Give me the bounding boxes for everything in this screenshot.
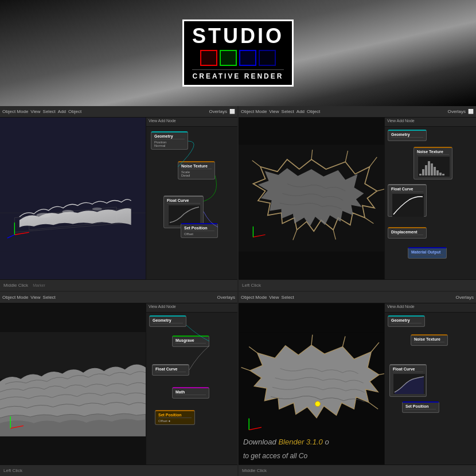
node-output-tr[interactable]: Material Output bbox=[408, 247, 447, 259]
svg-point-7 bbox=[37, 213, 51, 217]
nh-tr1: Geometry bbox=[391, 132, 423, 138]
node-geom-tr1[interactable]: Geometry bbox=[388, 130, 427, 141]
panel-top-right: Object Mode View Select Add Object Overl… bbox=[239, 106, 476, 291]
viewport-tr[interactable] bbox=[239, 118, 384, 279]
tb-view-tl[interactable]: View bbox=[30, 109, 40, 114]
logo-square-green bbox=[220, 50, 237, 66]
graph-svg-tl bbox=[169, 205, 200, 225]
node-curve-bl[interactable]: Float Curve bbox=[152, 364, 189, 376]
tb-overlay-bl[interactable]: Overlays bbox=[217, 295, 235, 300]
node-texture-bl[interactable]: Musgrave bbox=[172, 335, 209, 347]
click-label-br: Middle Click bbox=[242, 468, 267, 473]
svg-point-9 bbox=[92, 208, 102, 210]
node-noise-tl[interactable]: Noise Texture ScaleDetail bbox=[178, 161, 215, 180]
svg-rect-27 bbox=[431, 163, 433, 175]
overlay-text-highlight: Blender 3.1.0 bbox=[278, 438, 322, 446]
nh-br4: Set Position bbox=[405, 404, 436, 409]
logo-square-darkblue bbox=[259, 50, 276, 66]
tb-select-bl[interactable]: Select bbox=[43, 295, 56, 300]
node-editor-br: View Add Node Geometry Noise Texture Flo… bbox=[384, 303, 476, 465]
nh-br2: Noise Texture bbox=[414, 337, 444, 342]
viewport-bl[interactable] bbox=[0, 303, 146, 465]
ne-canvas-br: Geometry Noise Texture Float Curve bbox=[385, 313, 476, 465]
tb-overlay-tl[interactable]: Overlays bbox=[209, 109, 227, 114]
svg-rect-23 bbox=[419, 174, 422, 175]
nh-bl2: Musgrave bbox=[175, 338, 206, 344]
viewport-br[interactable]: Download Blender 3.1.0 o to get acces of… bbox=[239, 303, 384, 465]
svg-rect-0 bbox=[0, 145, 146, 252]
panel-content-tr: View Add Node Geometry Noise Texture bbox=[239, 118, 476, 279]
panel-bottom-tl: Middle Click Marker bbox=[0, 279, 237, 291]
node-noise-br[interactable]: Noise Texture bbox=[411, 334, 448, 346]
ne-toolbar-br: View Add Node bbox=[385, 303, 476, 313]
tb-add-tr[interactable]: Add bbox=[296, 109, 305, 114]
overlay-text-normal: Download bbox=[243, 438, 278, 446]
tb-overlay-br[interactable]: Overlays bbox=[455, 295, 474, 300]
tb-view-bl[interactable]: View bbox=[30, 295, 40, 300]
node-set-pos-tl[interactable]: Set Position Offset bbox=[181, 223, 218, 238]
nh-bl3: Float Curve bbox=[155, 367, 186, 372]
tb-object-tl[interactable]: Object bbox=[68, 109, 81, 114]
tb-select-tr[interactable]: Select bbox=[282, 109, 294, 114]
tb-view-tr[interactable]: View bbox=[269, 109, 279, 114]
node-curve-br[interactable]: Float Curve bbox=[389, 364, 427, 397]
panel-content-br: Download Blender 3.1.0 o to get acces of… bbox=[239, 303, 476, 465]
graph-svg-br bbox=[393, 374, 425, 394]
tb-view-br[interactable]: View bbox=[269, 295, 279, 300]
nh-bl4: Math bbox=[175, 390, 206, 395]
banner: STUDIO CREATIVE RENDER bbox=[0, 0, 476, 106]
overlay-access: to get acces of all Co bbox=[239, 452, 384, 460]
tb-shading-tr[interactable]: ⬜ bbox=[468, 109, 474, 114]
svg-rect-31 bbox=[442, 174, 444, 175]
node-editor-tl: View Add Node Geometry PositionNormal No… bbox=[146, 118, 237, 279]
tb-mode-bl[interactable]: Object Mode bbox=[2, 295, 28, 300]
node-disp-tr[interactable]: Displacement bbox=[388, 227, 427, 239]
toolbar-top-left: Object Mode View Select Add Object Overl… bbox=[0, 106, 237, 118]
tb-mode-tr[interactable]: Object Mode bbox=[241, 109, 267, 114]
svg-rect-28 bbox=[434, 167, 436, 175]
node-header-tl1: Geometry bbox=[154, 134, 185, 139]
hist-svg-tr bbox=[418, 157, 450, 177]
terrain-close-container bbox=[0, 303, 146, 465]
node-body-tl2: ScaleDetail bbox=[181, 170, 212, 177]
logo-squares bbox=[200, 50, 276, 66]
node-geom-br[interactable]: Geometry bbox=[388, 315, 425, 327]
node-geom-input-tl[interactable]: Geometry PositionNormal bbox=[151, 131, 188, 150]
tb-mode-tl[interactable]: Object Mode bbox=[2, 109, 28, 114]
node-math-bl[interactable]: Math bbox=[172, 387, 209, 399]
panel-content-bl: View Add Node Geometry Musgrave Float Cu… bbox=[0, 303, 237, 465]
tb-object-tr[interactable]: Object bbox=[307, 109, 320, 114]
tb-mode-br[interactable]: Object Mode bbox=[241, 295, 267, 300]
svg-rect-30 bbox=[439, 173, 442, 175]
node-curve-tr[interactable]: Float Curve bbox=[388, 184, 427, 217]
breadcrumb-tl: Marker bbox=[33, 283, 45, 287]
svg-rect-25 bbox=[425, 165, 427, 175]
curve-svg-tr bbox=[392, 194, 424, 217]
toolbar-bottom-left: Object Mode View Select Overlays bbox=[0, 292, 237, 303]
nh-bl1: Geometry bbox=[153, 318, 183, 323]
svg-point-45 bbox=[315, 401, 320, 406]
tb-add-tl[interactable]: Add bbox=[58, 109, 66, 114]
svg-rect-32 bbox=[392, 194, 424, 217]
ne-toolbar-bl: View Add Node bbox=[146, 303, 237, 313]
viewport-tl[interactable] bbox=[0, 118, 146, 279]
tb-select-tl[interactable]: Select bbox=[43, 109, 56, 114]
svg-rect-10 bbox=[169, 205, 200, 225]
toolbar-bottom-right: Object Mode View Select Overlays bbox=[239, 292, 476, 303]
svg-rect-29 bbox=[436, 170, 439, 175]
tb-overlay-tr[interactable]: Overlays bbox=[447, 109, 466, 114]
node-noise-tr[interactable]: Noise Texture bbox=[413, 147, 452, 180]
nb-bl5: Offset ● bbox=[158, 419, 192, 423]
nh-bl5: Set Position bbox=[158, 413, 192, 418]
tb-select-br[interactable]: Select bbox=[282, 295, 294, 300]
tb-shading-tl[interactable]: ⬜ bbox=[229, 109, 235, 114]
panel-bottom-left: Object Mode View Select Overlays bbox=[0, 292, 237, 477]
overlay-download: Download Blender 3.1.0 o bbox=[239, 435, 384, 448]
node-geom-bl[interactable]: Geometry bbox=[149, 315, 186, 327]
node-set-pos-br[interactable]: Set Position bbox=[402, 401, 439, 413]
terrain-flat-container bbox=[0, 118, 146, 279]
overlay-text2-content: to get acces of all Co bbox=[243, 452, 307, 460]
nh-tr2: Noise Texture bbox=[417, 150, 449, 155]
node-set-pos-bl[interactable]: Set Position Offset ● bbox=[155, 410, 195, 425]
click-label-tr: Left Click bbox=[242, 283, 261, 288]
